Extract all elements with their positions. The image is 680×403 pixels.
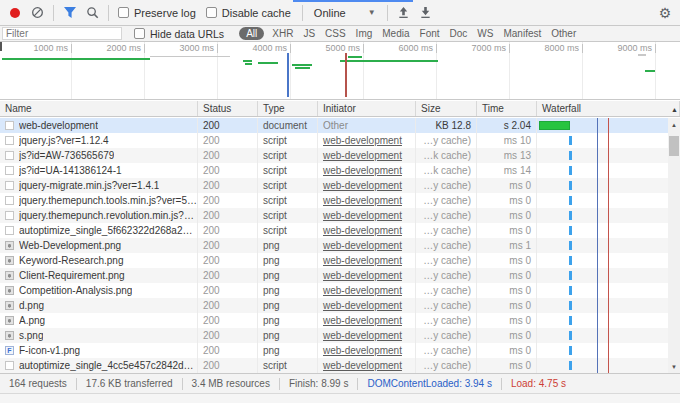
initiator-link[interactable]: web-development xyxy=(323,135,402,146)
file-icon xyxy=(5,241,14,250)
table-row[interactable]: js?id=UA-141386124-1 200 script web-deve… xyxy=(0,163,680,178)
column-header-name[interactable]: Name xyxy=(0,101,198,116)
table-row[interactable]: autoptimize_single_5f662322d268a2d97b03f… xyxy=(0,223,680,238)
request-name-cell[interactable]: jquery-migrate.min.js?ver=1.4.1 xyxy=(0,178,198,193)
scrollbar-thumb[interactable] xyxy=(669,136,679,156)
column-header-waterfall[interactable]: Waterfall xyxy=(537,101,680,116)
request-name-cell[interactable]: js?id=AW-736565679 xyxy=(0,148,198,163)
request-name-cell[interactable]: FF-icon-v1.png xyxy=(0,343,198,358)
disable-cache-checkbox[interactable]: Disable cache xyxy=(206,7,291,19)
request-name-cell[interactable]: jquery.js?ver=1.12.4 xyxy=(0,133,198,148)
network-overview-timeline[interactable]: 1000 ms2000 ms3000 ms4000 ms5000 ms6000 … xyxy=(0,42,680,100)
column-header-type[interactable]: Type xyxy=(258,101,318,116)
initiator-link[interactable]: web-development xyxy=(323,345,402,356)
file-icon xyxy=(5,316,14,325)
table-row[interactable]: jquery.themepunch.tools.min.js?ver=5.4.8… xyxy=(0,193,680,208)
initiator-link[interactable]: web-development xyxy=(323,285,402,296)
table-row[interactable]: js?id=AW-736565679 200 script web-develo… xyxy=(0,148,680,163)
request-name-cell[interactable]: A.png xyxy=(0,313,198,328)
time-cell: 1 ms xyxy=(477,238,537,253)
initiator-link[interactable]: web-development xyxy=(323,150,402,161)
table-row[interactable]: jquery.js?ver=1.12.4 200 script web-deve… xyxy=(0,133,680,148)
initiator-link[interactable]: web-development xyxy=(323,330,402,341)
request-name-cell[interactable]: autoptimize_single_5f662322d268a2d97b03f… xyxy=(0,223,198,238)
preserve-log-checkbox[interactable]: Preserve log xyxy=(118,7,196,19)
filter-type-ws[interactable]: WS xyxy=(477,28,493,39)
filter-type-js[interactable]: JS xyxy=(303,28,315,39)
table-row[interactable]: Competition-Analysis.png 200 png web-dev… xyxy=(0,283,680,298)
settings-button[interactable]: ⚙ xyxy=(654,2,676,24)
table-row[interactable]: Client-Requirement.png 200 png web-devel… xyxy=(0,268,680,283)
import-har-button[interactable] xyxy=(393,2,415,24)
request-name-cell[interactable]: Keyword-Research.png xyxy=(0,253,198,268)
export-har-button[interactable] xyxy=(415,2,437,24)
initiator-link[interactable]: web-development xyxy=(323,240,402,251)
filter-type-xhr[interactable]: XHR xyxy=(272,28,293,39)
initiator-link[interactable]: web-development xyxy=(323,315,402,326)
table-row[interactable]: autoptimize_single_4cc5e457c2842d18b8e4a… xyxy=(0,358,680,373)
table-row[interactable]: jquery-migrate.min.js?ver=1.4.1 200 scri… xyxy=(0,178,680,193)
request-name-cell[interactable]: Client-Requirement.png xyxy=(0,268,198,283)
time-cell: 0 ms xyxy=(477,193,537,208)
request-name-cell[interactable]: s.png xyxy=(0,328,198,343)
table-row[interactable]: Web-Development.png 200 png web-developm… xyxy=(0,238,680,253)
initiator-link[interactable]: web-development xyxy=(323,165,402,176)
initiator-link[interactable]: web-development xyxy=(323,180,402,191)
filter-type-css[interactable]: CSS xyxy=(325,28,346,39)
request-name-cell[interactable]: js?id=UA-141386124-1 xyxy=(0,163,198,178)
table-row[interactable]: jquery.themepunch.revolution.min.js?ver=… xyxy=(0,208,680,223)
filter-type-img[interactable]: Img xyxy=(356,28,373,39)
table-row[interactable]: A.png 200 png web-development (memory ca… xyxy=(0,313,680,328)
status-cell: 200 xyxy=(198,253,258,268)
request-name-cell[interactable]: Competition-Analysis.png xyxy=(0,283,198,298)
column-header-time[interactable]: Time xyxy=(477,101,537,116)
waterfall-bar xyxy=(569,211,572,220)
record-button[interactable] xyxy=(4,2,26,24)
initiator-link[interactable]: web-development xyxy=(323,255,402,266)
size-cell: (memory cache) xyxy=(416,253,477,268)
clear-button[interactable] xyxy=(26,2,48,24)
initiator-link[interactable]: web-development xyxy=(323,300,402,311)
filter-toggle-button[interactable] xyxy=(59,2,81,24)
scroll-down-icon[interactable]: ▼ xyxy=(668,360,680,373)
request-name-cell[interactable]: d.png xyxy=(0,298,198,313)
column-header-size[interactable]: Size xyxy=(416,101,477,116)
initiator-link[interactable]: web-development xyxy=(323,195,402,206)
throttling-dropdown[interactable]: Online ▼ xyxy=(314,7,376,19)
network-toolbar: Preserve log Disable cache Online ▼ ⚙ xyxy=(0,0,680,26)
request-name-cell[interactable]: jquery.themepunch.revolution.min.js?ver=… xyxy=(0,208,198,223)
table-row[interactable]: FF-icon-v1.png 200 png web-development (… xyxy=(0,343,680,358)
table-row[interactable]: web-development 200 document Other 12.8 … xyxy=(0,118,680,133)
initiator-link[interactable]: web-development xyxy=(323,270,402,281)
type-cell: script xyxy=(258,148,318,163)
devtools-network-panel: Preserve log Disable cache Online ▼ ⚙ Hi… xyxy=(0,0,680,403)
request-name-cell[interactable]: Web-Development.png xyxy=(0,238,198,253)
request-name-cell[interactable]: autoptimize_single_4cc5e457c2842d18b8e4a… xyxy=(0,358,198,373)
search-button[interactable] xyxy=(81,2,103,24)
filter-type-manifest[interactable]: Manifest xyxy=(503,28,541,39)
filter-type-media[interactable]: Media xyxy=(382,28,409,39)
filter-type-other[interactable]: Other xyxy=(551,28,576,39)
initiator-cell: web-development xyxy=(318,268,416,283)
overview-tick xyxy=(509,44,510,53)
scroll-up-icon[interactable]: ▲ xyxy=(668,118,680,131)
settings-gear-icon: ⚙ xyxy=(659,5,672,21)
column-header-status[interactable]: Status xyxy=(198,101,258,116)
filter-type-doc[interactable]: Doc xyxy=(450,28,468,39)
filter-type-font[interactable]: Font xyxy=(420,28,440,39)
initiator-link[interactable]: web-development xyxy=(323,210,402,221)
table-scrollbar[interactable]: ▲ ▼ xyxy=(668,118,680,373)
column-header-initiator[interactable]: Initiator xyxy=(318,101,416,116)
filter-type-all[interactable]: All xyxy=(239,27,264,40)
table-row[interactable]: s.png 200 png web-development (memory ca… xyxy=(0,328,680,343)
sort-ascending-icon[interactable]: ▲ xyxy=(671,106,678,113)
request-name-cell[interactable]: jquery.themepunch.tools.min.js?ver=5.4.8… xyxy=(0,193,198,208)
hide-data-urls-checkbox[interactable]: Hide data URLs xyxy=(134,28,224,40)
table-row[interactable]: Keyword-Research.png 200 png web-develop… xyxy=(0,253,680,268)
initiator-link[interactable]: web-development xyxy=(323,360,402,371)
initiator-link[interactable]: web-development xyxy=(323,225,402,236)
table-row[interactable]: d.png 200 png web-development (memory ca… xyxy=(0,298,680,313)
request-name-cell[interactable]: web-development xyxy=(0,118,198,133)
overview-tick-label: 6000 ms xyxy=(398,43,433,53)
filter-input[interactable] xyxy=(2,27,122,40)
